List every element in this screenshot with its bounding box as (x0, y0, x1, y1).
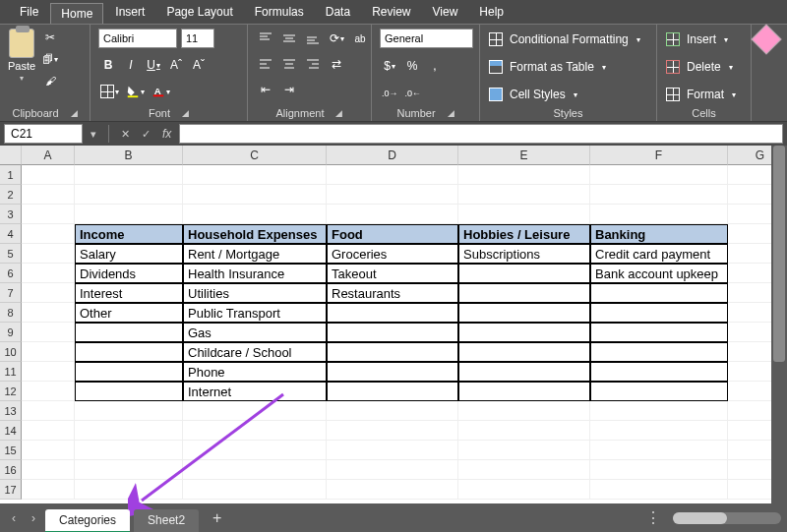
cell-F9[interactable] (590, 323, 728, 342)
menu-tab-review[interactable]: Review (362, 2, 420, 22)
cell-C10[interactable]: Childcare / School (183, 342, 327, 362)
cell-C11[interactable]: Phone (183, 362, 327, 382)
cell-B16[interactable] (75, 460, 183, 480)
cell-B11[interactable] (75, 362, 183, 382)
scroll-thumb[interactable] (673, 512, 727, 524)
grow-font-button[interactable]: Aˆ (166, 55, 186, 75)
row-header-6[interactable]: 6 (0, 264, 22, 283)
eraser-icon[interactable] (751, 24, 781, 54)
cell-B6[interactable]: Dividends (75, 264, 183, 283)
format-painter-button[interactable] (41, 72, 59, 89)
cell-B12[interactable] (75, 382, 183, 401)
cell-G6[interactable] (728, 264, 771, 283)
cell-G10[interactable] (728, 342, 771, 362)
cell-A8[interactable] (22, 303, 75, 323)
cell-A4[interactable] (22, 224, 75, 244)
cell-F14[interactable] (590, 421, 728, 441)
cell-B3[interactable] (75, 205, 183, 224)
row-header-13[interactable]: 13 (0, 401, 22, 421)
cell-D13[interactable] (327, 401, 458, 421)
tab-nav-prev[interactable]: ‹ (6, 511, 22, 525)
increase-decimal-button[interactable]: .0→ (380, 84, 400, 103)
paste-button[interactable]: Paste ▾ (8, 29, 35, 83)
cell-E13[interactable] (458, 401, 590, 421)
cell-D5[interactable]: Groceries (327, 244, 458, 264)
cell-A14[interactable] (22, 421, 75, 441)
cell-B8[interactable]: Other (75, 303, 183, 323)
row-header-12[interactable]: 12 (0, 382, 22, 401)
cell-C2[interactable] (183, 185, 327, 205)
cell-grid[interactable]: IncomeHousehold ExpensesFoodHobbies / Le… (22, 165, 771, 500)
cell-F12[interactable] (590, 382, 728, 401)
add-sheet-button[interactable]: + (203, 509, 231, 527)
cell-A1[interactable] (22, 165, 75, 185)
cell-G13[interactable] (728, 401, 771, 421)
align-middle-button[interactable] (279, 29, 299, 48)
borders-button[interactable]: ▾ (98, 82, 121, 101)
menu-tab-view[interactable]: View (423, 2, 468, 22)
cell-E3[interactable] (458, 205, 590, 224)
horizontal-scrollbar[interactable] (673, 512, 781, 524)
cell-F1[interactable] (590, 165, 728, 185)
cell-G2[interactable] (728, 185, 771, 205)
cancel-formula-icon[interactable]: ✕ (117, 128, 134, 141)
cut-button[interactable] (41, 29, 59, 46)
cell-G3[interactable] (728, 205, 771, 224)
cell-C4[interactable]: Household Expenses (183, 224, 327, 244)
cell-F8[interactable] (590, 303, 728, 323)
cell-B5[interactable]: Salary (75, 244, 183, 264)
cell-D2[interactable] (327, 185, 458, 205)
cell-G16[interactable] (728, 460, 771, 480)
cell-B13[interactable] (75, 401, 183, 421)
cell-D16[interactable] (327, 460, 458, 480)
cell-E5[interactable]: Subscriptions (458, 244, 590, 264)
cell-A11[interactable] (22, 362, 75, 382)
cell-A5[interactable] (22, 244, 75, 264)
cell-D4[interactable]: Food (327, 224, 458, 244)
cell-F7[interactable] (590, 283, 728, 303)
insert-cells-button[interactable]: Insert▾ (665, 29, 728, 50)
row-header-17[interactable]: 17 (0, 480, 22, 500)
cell-A13[interactable] (22, 401, 75, 421)
cell-B2[interactable] (75, 185, 183, 205)
cell-D17[interactable] (327, 480, 458, 500)
cell-A6[interactable] (22, 264, 75, 283)
orientation-button[interactable]: ⟳▾ (327, 29, 346, 48)
cell-A15[interactable] (22, 441, 75, 460)
align-right-button[interactable] (303, 54, 323, 74)
cell-D1[interactable] (327, 165, 458, 185)
cell-E17[interactable] (458, 480, 590, 500)
cell-E16[interactable] (458, 460, 590, 480)
underline-button[interactable]: U▾ (144, 55, 163, 75)
cell-F15[interactable] (590, 441, 728, 460)
cell-C13[interactable] (183, 401, 327, 421)
menu-tab-data[interactable]: Data (316, 2, 360, 22)
scroll-thumb[interactable] (773, 146, 785, 362)
row-header-11[interactable]: 11 (0, 362, 22, 382)
decrease-indent-button[interactable]: ⇤ (256, 80, 275, 99)
conditional-formatting-button[interactable]: Conditional Formatting▾ (488, 29, 640, 50)
cell-A7[interactable] (22, 283, 75, 303)
cell-E12[interactable] (458, 382, 590, 401)
menu-tab-page-layout[interactable]: Page Layout (156, 2, 242, 22)
cell-G17[interactable] (728, 480, 771, 500)
font-color-button[interactable]: A▾ (150, 82, 172, 101)
cell-G14[interactable] (728, 421, 771, 441)
col-header-C[interactable]: C (183, 146, 327, 165)
wrap-text-button[interactable]: ab (350, 29, 370, 48)
font-name-select[interactable] (98, 29, 177, 48)
format-as-table-button[interactable]: Format as Table▾ (488, 56, 606, 78)
row-header-15[interactable]: 15 (0, 441, 22, 460)
cell-A12[interactable] (22, 382, 75, 401)
sheet-tab-sheet2[interactable]: Sheet2 (134, 509, 199, 533)
copy-button[interactable]: ▾ (41, 50, 59, 68)
cell-D8[interactable] (327, 303, 458, 323)
cell-E2[interactable] (458, 185, 590, 205)
accounting-format-button[interactable]: $▾ (380, 56, 399, 76)
cell-F11[interactable] (590, 362, 728, 382)
cell-F17[interactable] (590, 480, 728, 500)
cell-B17[interactable] (75, 480, 183, 500)
cell-D10[interactable] (327, 342, 458, 362)
cell-F3[interactable] (590, 205, 728, 224)
cell-F10[interactable] (590, 342, 728, 362)
